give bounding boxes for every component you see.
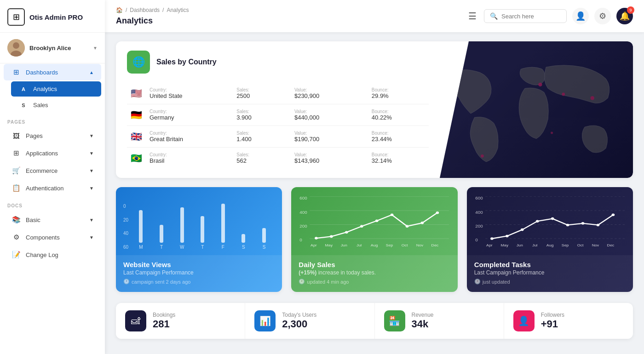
user-profile-button[interactable]: 👤 xyxy=(572,8,589,24)
svg-point-24 xyxy=(436,211,439,214)
svg-text:Apr: Apr xyxy=(486,243,493,247)
svg-point-21 xyxy=(391,214,394,217)
sidebar-item-components[interactable]: ⚙ Components ▼ xyxy=(4,229,101,246)
user-name: Brooklyn Alice xyxy=(29,45,88,51)
sidebar-logo: ⊞ Otis Admin PRO xyxy=(0,0,105,33)
chevron-components-icon: ▼ xyxy=(89,235,94,240)
svg-point-22 xyxy=(406,225,409,228)
country-flag: 🇧🇷 xyxy=(127,148,146,169)
completed-tasks-subtitle: Last Campaign Performance xyxy=(474,269,626,276)
sidebar-label-pages: Pages xyxy=(26,132,43,139)
users-value: 2,300 xyxy=(282,318,365,330)
section-label-pages: PAGES xyxy=(0,113,105,127)
search-box: 🔍 xyxy=(484,9,567,23)
stat-followers: 👤 Followers +91 xyxy=(504,303,633,339)
table-row: 🇬🇧 Country: Great Britain Sales: 1.400 V… xyxy=(127,126,429,148)
breadcrumb-current: Analytics xyxy=(167,7,189,13)
bar-group: F xyxy=(214,204,232,250)
country-flag: 🇩🇪 xyxy=(127,104,146,126)
svg-text:400: 400 xyxy=(475,210,483,214)
chevron-ecommerce-icon: ▼ xyxy=(89,168,94,173)
sidebar-user[interactable]: Brooklyn Alice ▼ xyxy=(0,33,105,63)
followers-label: Followers xyxy=(541,312,624,318)
daily-sales-chart: 600 400 200 0 xyxy=(291,187,457,255)
breadcrumb-dashboards[interactable]: Dashboards xyxy=(130,7,160,13)
hamburger-button[interactable]: ☰ xyxy=(468,11,477,22)
daily-sales-svg: 600 400 200 0 xyxy=(299,194,450,250)
sidebar-item-pages[interactable]: 🖼 Pages ▼ xyxy=(4,128,101,144)
country-flag: 🇬🇧 xyxy=(127,126,146,148)
main-content: 🏠 / Dashboards / Analytics Analytics ☰ 🔍… xyxy=(105,0,644,354)
bar xyxy=(160,225,163,243)
svg-point-42 xyxy=(490,237,494,240)
svg-point-4 xyxy=(562,93,565,96)
bar-label: W xyxy=(180,245,184,250)
followers-info: Followers +91 xyxy=(541,312,624,330)
charts-row: 6040200 MTWTFSS Website Views Last Campa… xyxy=(116,187,633,292)
sidebar-item-dashboards[interactable]: ⊞ Dashboards ▲ xyxy=(4,64,101,80)
clock-icon: 🕐 xyxy=(123,279,130,285)
bar-group: W xyxy=(173,204,191,250)
chevron-up-icon: ▲ xyxy=(89,70,94,75)
sidebar-item-basic[interactable]: 📚 Basic ▼ xyxy=(4,211,101,228)
changelog-icon: 📝 xyxy=(11,251,21,259)
sidebar-item-applications[interactable]: ⊞ Applications ▼ xyxy=(4,145,101,161)
notifications-button[interactable]: 🔔 9 xyxy=(616,8,633,24)
sidebar-item-changelog[interactable]: 📝 Change Log xyxy=(4,246,101,263)
users-info: Today's Users 2,300 xyxy=(282,312,365,330)
sidebar-item-ecommerce[interactable]: 🛒 Ecommerce ▼ xyxy=(4,162,101,179)
world-map xyxy=(440,41,633,178)
sidebar-label-dashboards: Dashboards xyxy=(26,69,58,76)
svg-text:May: May xyxy=(325,243,334,247)
bar-label: S xyxy=(242,245,245,250)
sidebar-item-authentication[interactable]: 📋 Authentication ▼ xyxy=(4,180,101,196)
dashboard-icon: ⊞ xyxy=(11,68,21,76)
bar-label: S xyxy=(263,245,266,250)
website-views-card: 6040200 MTWTFSS Website Views Last Campa… xyxy=(116,187,282,292)
svg-text:Sep: Sep xyxy=(561,243,569,247)
svg-point-6 xyxy=(481,154,484,158)
auth-icon: 📋 xyxy=(11,184,21,192)
table-row: 🇧🇷 Country: Brasil Sales: 562 Value: $14… xyxy=(127,148,429,169)
svg-point-43 xyxy=(506,235,509,238)
settings-button[interactable]: ⚙ xyxy=(594,8,611,24)
bar-label: M xyxy=(139,245,143,250)
svg-text:Aug: Aug xyxy=(546,243,554,247)
svg-point-49 xyxy=(596,224,599,227)
sidebar-label-ecommerce: Ecommerce xyxy=(26,167,58,174)
svg-point-23 xyxy=(421,222,424,224)
sidebar-label-applications: Applications xyxy=(26,150,58,157)
svg-text:Aug: Aug xyxy=(371,243,378,247)
completed-tasks-info: Completed Tasks Last Campaign Performanc… xyxy=(467,255,633,292)
users-label: Today's Users xyxy=(282,312,365,318)
svg-text:Jul: Jul xyxy=(356,243,362,247)
svg-text:Apr: Apr xyxy=(310,243,317,247)
svg-text:Nov: Nov xyxy=(416,243,424,247)
sidebar-label-changelog: Change Log xyxy=(26,251,58,258)
bar-label: T xyxy=(160,245,163,250)
svg-point-50 xyxy=(611,214,615,217)
svg-text:200: 200 xyxy=(300,224,307,228)
chevron-auth-icon: ▼ xyxy=(89,186,94,191)
bar xyxy=(262,228,266,243)
breadcrumb: 🏠 / Dashboards / Analytics Analytics xyxy=(116,7,457,26)
y-axis-labels: 6040200 xyxy=(123,204,130,250)
sales-title: Sales by Country xyxy=(156,58,217,66)
revenue-info: Revenue 34k xyxy=(412,312,494,330)
clock-icon: 🕐 xyxy=(299,279,305,285)
sidebar-label-components: Components xyxy=(26,234,60,241)
bar-group: S xyxy=(235,204,253,250)
sidebar-label-authentication: Authentication xyxy=(26,185,63,192)
table-row: 🇺🇸 Country: United State Sales: 2500 Val… xyxy=(127,83,429,104)
svg-text:200: 200 xyxy=(475,224,483,228)
sidebar-item-analytics[interactable]: A Analytics xyxy=(11,81,101,97)
website-views-time: 🕐 campaign sent 2 days ago xyxy=(123,279,275,285)
svg-point-19 xyxy=(360,225,363,228)
revenue-value: 34k xyxy=(412,318,494,330)
search-input[interactable] xyxy=(501,13,561,20)
website-views-chart: 6040200 MTWTFSS xyxy=(116,187,282,255)
sidebar-item-sales[interactable]: S Sales xyxy=(11,97,101,113)
chevron-down-icon: ▼ xyxy=(93,46,98,51)
bar-group: T xyxy=(194,204,212,250)
stat-bookings: 🛋 Bookings 281 xyxy=(116,303,245,339)
